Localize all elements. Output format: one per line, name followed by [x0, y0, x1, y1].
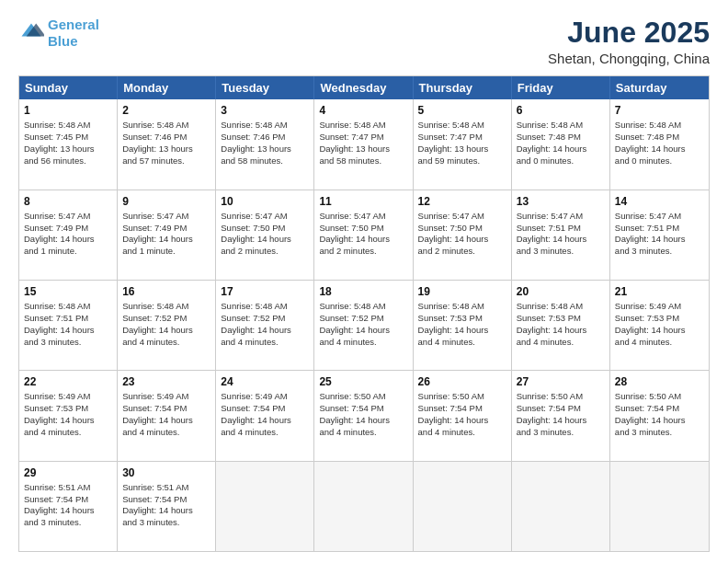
day-info-line: Sunset: 7:54 PM	[122, 403, 210, 415]
day-info-line: and 2 minutes.	[221, 246, 309, 258]
day-number: 29	[24, 465, 112, 480]
day-info-line: Sunset: 7:51 PM	[517, 223, 605, 235]
day-info-line: Sunrise: 5:50 AM	[517, 391, 605, 403]
day-info-line: and 4 minutes.	[24, 427, 112, 439]
day-info-line: Sunset: 7:51 PM	[615, 223, 704, 235]
day-info-line: and 4 minutes.	[122, 337, 210, 349]
cal-cell-5-5	[414, 462, 512, 551]
day-number: 8	[24, 194, 112, 209]
cal-week-1: 1Sunrise: 5:48 AMSunset: 7:45 PMDaylight…	[19, 99, 709, 190]
day-info-line: Sunset: 7:54 PM	[517, 403, 605, 415]
month-title: June 2025	[548, 17, 710, 49]
cal-cell-5-6	[512, 462, 610, 551]
cal-cell-5-4	[314, 462, 413, 551]
day-info-line: Sunrise: 5:49 AM	[221, 391, 309, 403]
day-info-line: Sunrise: 5:47 AM	[221, 211, 309, 223]
cal-cell-1-3: 3Sunrise: 5:48 AMSunset: 7:46 PMDaylight…	[216, 99, 314, 189]
day-info-line: Sunrise: 5:48 AM	[24, 120, 112, 132]
cal-cell-1-6: 6Sunrise: 5:48 AMSunset: 7:48 PMDaylight…	[512, 99, 610, 189]
day-number: 5	[418, 103, 506, 118]
day-info-line: Sunrise: 5:48 AM	[517, 301, 605, 313]
day-info-line: Daylight: 14 hours	[319, 234, 407, 246]
header-thursday: Thursday	[414, 76, 512, 99]
day-info-line: and 4 minutes.	[319, 427, 407, 439]
day-info-line: Sunrise: 5:47 AM	[517, 211, 605, 223]
day-info-line: and 1 minute.	[24, 246, 112, 258]
day-info-line: Daylight: 14 hours	[319, 415, 407, 427]
day-info-line: and 3 minutes.	[517, 246, 605, 258]
day-number: 16	[122, 284, 210, 299]
location: Shetan, Chongqing, China	[548, 51, 710, 66]
day-info-line: Sunrise: 5:48 AM	[221, 120, 309, 132]
day-info-line: Sunrise: 5:47 AM	[615, 211, 704, 223]
day-info-line: Sunrise: 5:48 AM	[122, 120, 210, 132]
day-info-line: Sunrise: 5:47 AM	[122, 211, 210, 223]
day-number: 14	[615, 194, 704, 209]
day-number: 19	[418, 284, 506, 299]
day-info-line: and 3 minutes.	[615, 427, 704, 439]
day-number: 15	[24, 284, 112, 299]
day-info-line: Daylight: 13 hours	[418, 144, 506, 155]
header-monday: Monday	[118, 76, 216, 99]
day-info-line: Sunrise: 5:50 AM	[418, 391, 506, 403]
cal-week-2: 8Sunrise: 5:47 AMSunset: 7:49 PMDaylight…	[19, 190, 709, 281]
cal-cell-2-4: 11Sunrise: 5:47 AMSunset: 7:50 PMDayligh…	[314, 190, 413, 280]
cal-cell-3-4: 18Sunrise: 5:48 AMSunset: 7:52 PMDayligh…	[314, 281, 413, 370]
day-info-line: Sunrise: 5:48 AM	[221, 301, 309, 313]
day-info-line: Daylight: 14 hours	[615, 325, 704, 337]
cal-cell-3-5: 19Sunrise: 5:48 AMSunset: 7:53 PMDayligh…	[414, 281, 512, 370]
day-info-line: and 1 minute.	[122, 246, 210, 258]
day-number: 20	[517, 284, 605, 299]
cal-cell-3-3: 17Sunrise: 5:48 AMSunset: 7:52 PMDayligh…	[216, 281, 314, 370]
day-number: 12	[418, 194, 506, 209]
day-number: 18	[319, 284, 407, 299]
cal-cell-3-7: 21Sunrise: 5:49 AMSunset: 7:53 PMDayligh…	[610, 281, 709, 370]
day-number: 30	[122, 465, 210, 480]
day-info-line: and 4 minutes.	[122, 427, 210, 439]
header-sunday: Sunday	[19, 76, 118, 99]
day-info-line: Sunset: 7:54 PM	[122, 494, 210, 506]
day-number: 28	[615, 374, 704, 389]
day-info-line: Daylight: 14 hours	[615, 234, 704, 246]
cal-week-4: 22Sunrise: 5:49 AMSunset: 7:53 PMDayligh…	[19, 371, 709, 461]
day-number: 6	[517, 103, 605, 118]
day-number: 2	[122, 103, 210, 118]
day-info-line: and 4 minutes.	[517, 337, 605, 349]
day-info-line: Daylight: 14 hours	[122, 234, 210, 246]
day-info-line: Daylight: 14 hours	[24, 505, 112, 517]
day-info-line: and 3 minutes.	[517, 427, 605, 439]
day-info-line: Sunset: 7:54 PM	[418, 403, 506, 415]
day-info-line: and 2 minutes.	[319, 246, 407, 258]
day-info-line: Sunset: 7:53 PM	[615, 313, 704, 325]
day-info-line: Daylight: 14 hours	[221, 325, 309, 337]
day-info-line: and 4 minutes.	[418, 427, 506, 439]
day-info-line: Daylight: 14 hours	[517, 415, 605, 427]
day-info-line: Sunrise: 5:48 AM	[122, 301, 210, 313]
cal-cell-4-1: 22Sunrise: 5:49 AMSunset: 7:53 PMDayligh…	[19, 371, 118, 460]
day-info-line: Daylight: 13 hours	[24, 144, 112, 155]
day-number: 11	[319, 194, 407, 209]
day-info-line: Sunset: 7:46 PM	[221, 132, 309, 144]
day-number: 26	[418, 374, 506, 389]
cal-cell-4-4: 25Sunrise: 5:50 AMSunset: 7:54 PMDayligh…	[314, 371, 413, 460]
day-info-line: and 58 minutes.	[221, 155, 309, 167]
day-info-line: and 56 minutes.	[24, 155, 112, 167]
cal-cell-5-3	[216, 462, 314, 551]
title-area: June 2025 Shetan, Chongqing, China	[548, 17, 710, 66]
day-info-line: Daylight: 14 hours	[319, 325, 407, 337]
day-info-line: Sunrise: 5:48 AM	[418, 301, 506, 313]
cal-cell-1-5: 5Sunrise: 5:48 AMSunset: 7:47 PMDaylight…	[414, 99, 512, 189]
day-info-line: and 3 minutes.	[24, 337, 112, 349]
cal-cell-1-2: 2Sunrise: 5:48 AMSunset: 7:46 PMDaylight…	[118, 99, 216, 189]
day-info-line: and 4 minutes.	[319, 337, 407, 349]
day-info-line: Daylight: 14 hours	[418, 415, 506, 427]
day-info-line: Sunset: 7:52 PM	[319, 313, 407, 325]
day-info-line: and 2 minutes.	[418, 246, 506, 258]
day-info-line: Sunset: 7:53 PM	[517, 313, 605, 325]
day-info-line: Sunset: 7:52 PM	[122, 313, 210, 325]
day-info-line: Sunset: 7:54 PM	[24, 494, 112, 506]
day-info-line: and 4 minutes.	[418, 337, 506, 349]
day-info-line: Daylight: 14 hours	[517, 234, 605, 246]
page: General Blue June 2025 Shetan, Chongqing…	[0, 0, 728, 563]
day-info-line: Sunset: 7:47 PM	[418, 132, 506, 144]
